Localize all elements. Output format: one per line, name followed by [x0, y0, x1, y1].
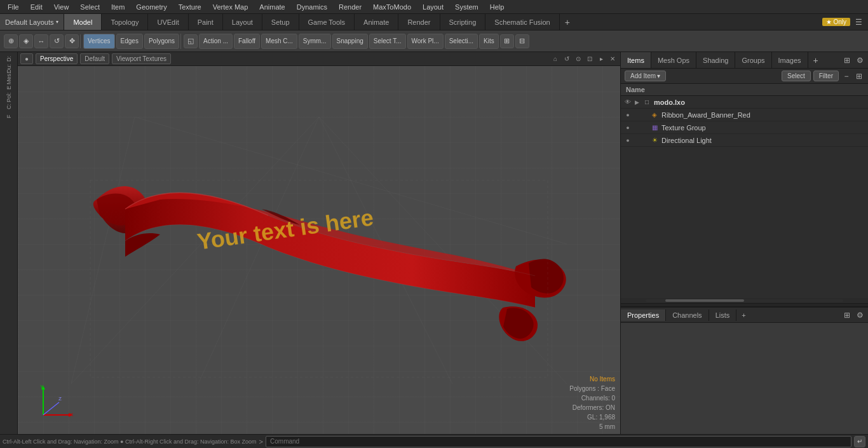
viewport-dot[interactable]: ● [20, 53, 33, 64]
tab-shading[interactable]: Shading [696, 52, 735, 68]
tab-images[interactable]: Images [772, 52, 808, 68]
menu-vertex-map[interactable]: Vertex Map [208, 2, 254, 12]
action-button[interactable]: Action ... [199, 34, 233, 49]
symmetry-button[interactable]: Symm... [299, 34, 331, 49]
menu-bar: File Edit View Select Item Geometry Text… [0, 0, 868, 14]
layout-tab-paint[interactable]: Paint [189, 14, 223, 30]
sidebar-item-pol[interactable]: Pol: [2, 93, 16, 102]
viewport-perspective[interactable]: Perspective [36, 53, 78, 64]
eye-icon-light[interactable]: ● [623, 136, 632, 145]
prop-tab-channels[interactable]: Channels [666, 309, 709, 321]
falloff-button[interactable]: Falloff [234, 34, 260, 49]
select-i-button[interactable]: Selecti... [445, 34, 478, 49]
menu-render[interactable]: Render [334, 2, 367, 12]
viewport-fit-icon[interactable]: ⊡ [585, 54, 595, 64]
item-row-light[interactable]: ● ☀ Directional Light [621, 134, 868, 147]
select-tool-icon[interactable]: ⊕ [4, 34, 18, 48]
item-list[interactable]: 👁 ▶ □ modo.lxo ● ◈ Ribbon_Award_Banner_R… [621, 96, 868, 298]
menu-texture[interactable]: Texture [173, 2, 207, 12]
prop-settings-icon[interactable]: ⚙ [854, 309, 865, 321]
item-row-texture[interactable]: ● ▦ Texture Group [621, 121, 868, 134]
menu-file[interactable]: File [3, 2, 24, 12]
prop-expand-icon[interactable]: ⊞ [841, 309, 853, 321]
items-minus-icon[interactable]: − [841, 71, 851, 81]
items-filter-button[interactable]: Filter [813, 71, 839, 81]
item-row-mesh[interactable]: ● ◈ Ribbon_Award_Banner_Red [621, 109, 868, 121]
layout-tab-scripting[interactable]: Scripting [440, 14, 486, 30]
items-expand-icon[interactable]: ⊞ [854, 71, 864, 81]
items-select-button[interactable]: Select [782, 71, 811, 81]
mesh-button[interactable]: Mesh C... [261, 34, 297, 49]
vertices-button[interactable]: Vertices [83, 34, 115, 49]
edges-button[interactable]: Edges [116, 34, 143, 49]
viewport-zoom-icon[interactable]: ⊙ [573, 54, 583, 64]
menu-item[interactable]: Item [106, 2, 130, 12]
layout-tab-animate[interactable]: Animate [355, 14, 398, 30]
command-input[interactable] [266, 436, 851, 447]
kits-button[interactable]: Kits [479, 34, 499, 49]
panel-tab-add[interactable]: + [808, 55, 824, 65]
viewport-default[interactable]: Default [80, 53, 109, 64]
work-plane-button[interactable]: Work Pl... [407, 34, 444, 49]
menu-edit[interactable]: Edit [25, 2, 48, 12]
layout-dropdown[interactable]: Default Layouts ▾ [0, 14, 64, 30]
prop-tab-properties[interactable]: Properties [621, 309, 666, 321]
sidebar-item-f[interactable]: F [2, 112, 16, 121]
add-item-button[interactable]: Add Item ▾ [625, 71, 666, 81]
polygons-button[interactable]: Polygons [144, 34, 179, 49]
snapping-button[interactable]: Snapping [332, 34, 368, 49]
menu-dynamics[interactable]: Dynamics [292, 2, 332, 12]
falloff-shape-icon[interactable]: ◱ [184, 34, 198, 48]
viewport-grid-icon[interactable]: ⊟ [515, 34, 529, 48]
tab-items[interactable]: Items [621, 52, 651, 68]
prop-tab-lists[interactable]: Lists [709, 309, 737, 321]
viewport-menu-icon[interactable]: ▸ [596, 54, 606, 64]
viewport-home-icon[interactable]: ⌂ [550, 54, 560, 64]
layout-tab-gametools[interactable]: Game Tools [299, 14, 355, 30]
layout-tab-uvedit[interactable]: UVEdit [148, 14, 188, 30]
menu-help[interactable]: Help [485, 2, 510, 12]
panel-settings-icon[interactable]: ⚙ [854, 55, 865, 66]
select-tool-btn[interactable]: Select T... [369, 34, 406, 49]
viewport-canvas[interactable]: Your text is here [18, 66, 620, 434]
tab-groups[interactable]: Groups [735, 52, 771, 68]
arrow-icon-root[interactable]: ▶ [635, 99, 642, 105]
menu-system[interactable]: System [450, 2, 484, 12]
prop-tab-add[interactable]: + [736, 311, 750, 319]
menu-view[interactable]: View [49, 2, 74, 12]
viewport-maximize-icon[interactable]: ⊞ [500, 34, 514, 48]
menu-layout[interactable]: Layout [417, 2, 449, 12]
layout-tab-render[interactable]: Render [398, 14, 440, 30]
layout-tab-add[interactable]: + [560, 16, 575, 29]
tab-mesh-ops[interactable]: Mesh Ops [651, 52, 696, 68]
layout-options-icon[interactable]: ☰ [853, 17, 864, 28]
layout-tab-topology[interactable]: Topology [102, 14, 148, 30]
item-row-root[interactable]: 👁 ▶ □ modo.lxo [621, 96, 868, 109]
star-badge[interactable]: ★ Only [822, 18, 850, 26]
item-name-mesh: Ribbon_Award_Banner_Red [661, 111, 750, 119]
eye-icon-mesh[interactable]: ● [623, 111, 632, 119]
layout-tab-model[interactable]: Model [64, 14, 102, 30]
viewport-textures[interactable]: Viewport Textures [112, 53, 171, 64]
menu-select[interactable]: Select [75, 2, 105, 12]
rotate-icon[interactable]: ↺ [50, 34, 64, 48]
sidebar-item-c[interactable]: C: [2, 102, 16, 111]
eye-icon-root[interactable]: 👁 [623, 98, 632, 107]
viewport-rotate-icon[interactable]: ↺ [562, 54, 572, 64]
sidebar-item-db[interactable]: D: [2, 55, 16, 64]
sidebar-item-e[interactable]: E [2, 83, 16, 92]
transform-icon[interactable]: ◈ [19, 34, 33, 48]
layout-tab-schematic[interactable]: Schematic Fusion [485, 14, 559, 30]
command-submit-icon[interactable]: ↵ [854, 436, 865, 447]
menu-animate[interactable]: Animate [254, 2, 290, 12]
sidebar-item-mesh[interactable]: Mes: [2, 74, 16, 83]
move-icon[interactable]: ✥ [65, 34, 79, 48]
eye-icon-texture[interactable]: ● [623, 123, 632, 132]
layout-tab-setup[interactable]: Setup [262, 14, 299, 30]
viewport-close-icon[interactable]: ✕ [607, 54, 618, 64]
layout-tab-layout[interactable]: Layout [223, 14, 262, 30]
menu-geometry[interactable]: Geometry [131, 2, 172, 12]
menu-maxtomodo[interactable]: MaxToModo [368, 2, 416, 12]
panel-expand-icon[interactable]: ⊞ [841, 55, 853, 66]
scale-icon[interactable]: ↔ [34, 34, 48, 48]
